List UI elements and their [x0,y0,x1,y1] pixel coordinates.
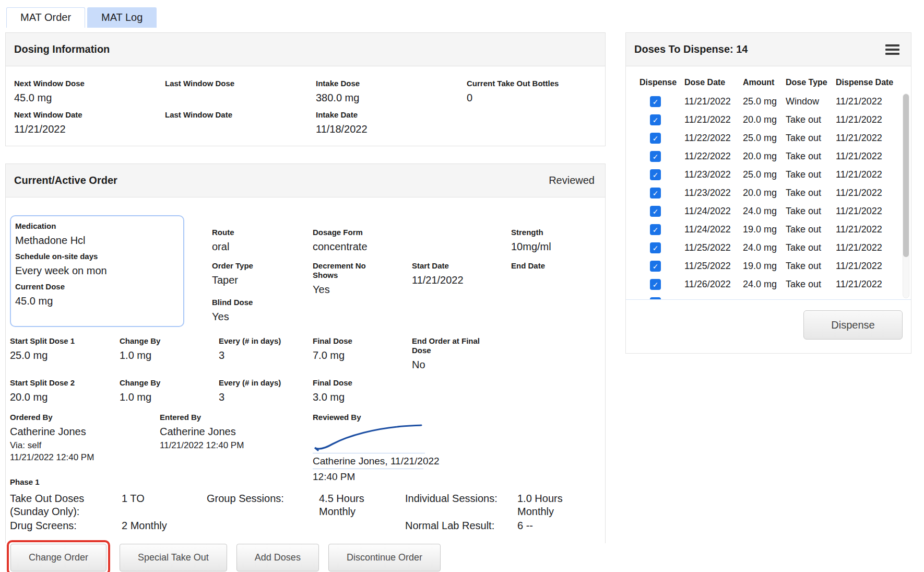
dosage-form-label: Dosage Form [313,228,368,237]
dispense-checkbox-checked[interactable] [650,151,661,162]
split2-change-label: Change By [120,378,160,388]
dosage-form-field: Dosage Form concentrate [313,228,368,254]
entered-date: 11/21/2022 12:40 PM [160,440,244,451]
dose-date-cell: 11/23/2022 [684,169,743,180]
dosing-field-label: Next Window Dose [14,79,165,88]
end-date-field: End Date [511,261,545,287]
dispense-checkbox-checked[interactable] [650,261,661,272]
dispense-checkbox-checked[interactable] [650,96,661,107]
dispense-checkbox-checked[interactable] [650,224,661,235]
dispense-checkbox-checked[interactable] [650,297,661,300]
order-type-field: Order Type Taper [212,261,253,287]
takeout-doses-value: 1 TO [122,492,145,505]
dosing-information-title: Dosing Information [14,43,110,55]
dose-type-cell: Take out [786,114,836,125]
checkbox-cell [639,169,684,181]
checkbox-cell [639,242,684,254]
reviewed-by-label: Reviewed By [313,413,425,422]
dosing-field-value [165,91,316,105]
dosing-field-value: 45.0 mg [14,91,165,105]
split2-every-field: Every (# in days) 3 [219,378,281,404]
order-type-label: Order Type [212,261,253,271]
start-date-field: Start Date 11/21/2022 [412,261,464,287]
dispense-checkbox-checked[interactable] [650,206,661,217]
scrollbar-thumb[interactable] [903,94,909,257]
dose-date-cell: 11/25/2022 [684,242,743,253]
medication-box[interactable]: Medication Methadone Hcl Schedule on-sit… [10,215,184,327]
dose-date-cell: 11/24/2022 [684,224,743,235]
order-type-value: Taper [212,274,253,287]
dosing-information-card: Dosing Information Next Window Dose 45.0… [5,32,606,146]
split1-start-label: Start Split Dose 1 [10,336,75,346]
dose-date-cell: 11/23/2022 [684,188,743,199]
dose-type-cell: Take out [786,151,836,162]
route-value: oral [212,240,234,254]
current-order-header: Current/Active Order Reviewed [6,164,605,197]
tab-mat-log[interactable]: MAT Log [87,7,157,28]
special-take-out-button[interactable]: Special Take Out [120,544,227,571]
discontinue-order-button[interactable]: Discontinue Order [328,544,441,571]
medication-label: Medication [15,221,178,231]
dispense-button[interactable]: Dispense [803,310,903,340]
dose-row[interactable]: 11/21/2022 25.0 mg Window 11/21/2022 [626,92,911,111]
add-doses-button[interactable]: Add Doses [236,544,319,571]
panel-menu-button[interactable] [884,40,901,59]
blind-dose-label: Blind Dose [212,298,253,307]
ordered-via: Via: self [10,440,94,451]
dose-date-cell: 11/21/2022 [684,114,743,125]
dose-row[interactable]: 11/24/2022 19.0 mg Take out 11/21/2022 [626,220,911,239]
split1-start-value: 25.0 mg [10,349,75,363]
dosing-field-label: Intake Dose [316,79,467,88]
vertical-scrollbar[interactable] [903,94,909,298]
dose-row[interactable] [626,294,911,300]
dispense-table-header: Dispense Dose Date Amount Dose Type Disp… [626,75,911,90]
dose-row[interactable]: 11/26/2022 24.0 mg Take out 11/21/2022 [626,275,911,294]
dispense-checkbox-checked[interactable] [650,133,661,144]
col-dispense-date: Dispense Date [836,78,911,87]
amount-cell: 19.0 mg [743,224,786,235]
dosing-field-label: Last Window Date [165,110,316,120]
split1-end-value: No [412,358,490,372]
dose-type-cell: Take out [786,279,836,290]
amount-cell: 24.0 mg [743,206,786,217]
group-sessions-label: Group Sessions: [207,492,284,505]
dose-row[interactable]: 11/22/2022 25.0 mg Take out 11/21/2022 [626,129,911,147]
dose-row[interactable]: 11/23/2022 20.0 mg Take out 11/21/2022 [626,184,911,202]
checkbox-cell [639,261,684,272]
dosing-field: Last Window Date [165,110,316,136]
change-order-button[interactable]: Change Order [10,544,106,571]
tab-mat-order[interactable]: MAT Order [6,7,85,28]
dosing-information-header: Dosing Information [6,33,605,66]
checkbox-cell [639,188,684,199]
route-label: Route [212,228,234,237]
split1-change-label: Change By [120,336,160,346]
amount-cell: 20.0 mg [743,114,786,125]
checkbox-cell [639,114,684,126]
decrement-field: Decrement No Shows Yes [313,261,375,297]
start-date-label: Start Date [412,261,464,271]
checkbox-cell [639,224,684,236]
dose-row[interactable]: 11/25/2022 24.0 mg Take out 11/21/2022 [626,239,911,257]
dispense-checkbox-checked[interactable] [650,279,661,290]
dose-row[interactable]: 11/21/2022 20.0 mg Take out 11/21/2022 [626,111,911,129]
doses-to-dispense-title: Doses To Dispense: 14 [634,43,748,55]
dose-type-cell: Take out [786,188,836,199]
signature-area [313,424,425,453]
dosing-field-value: 11/21/2022 [14,123,165,136]
split1-end-field: End Order at Final Dose No [412,336,490,372]
split2-start-value: 20.0 mg [10,391,75,404]
amount-cell: 19.0 mg [743,261,786,272]
current-order-title: Current/Active Order [14,174,117,186]
dispense-column: Doses To Dispense: 14 Dispense Dose Date… [625,32,911,354]
dose-row[interactable]: 11/23/2022 25.0 mg Take out 11/21/2022 [626,166,911,184]
checkbox-cell [639,151,684,162]
split1-final-field: Final Dose 7.0 mg [313,336,352,363]
dose-row[interactable]: 11/24/2022 24.0 mg Take out 11/21/2022 [626,202,911,220]
dispense-checkbox-checked[interactable] [650,114,661,125]
dispense-checkbox-checked[interactable] [650,188,661,199]
dose-row[interactable]: 11/25/2022 19.0 mg Take out 11/21/2022 [626,257,911,275]
strength-label: Strength [511,228,551,237]
dose-row[interactable]: 11/22/2022 20.0 mg Take out 11/21/2022 [626,147,911,166]
dispense-checkbox-checked[interactable] [650,242,661,253]
dispense-checkbox-checked[interactable] [650,169,661,180]
